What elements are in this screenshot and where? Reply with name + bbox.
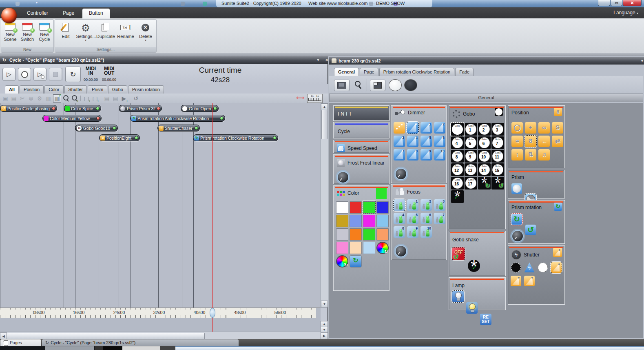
gobo-preset-button[interactable]: Gobo 1 <box>465 123 477 136</box>
color-swatch-button[interactable] <box>336 201 348 214</box>
timeline-toolbar-icon[interactable] <box>100 95 102 102</box>
focus-preset-button[interactable]: 1 <box>407 199 418 211</box>
lamp-on-button[interactable] <box>466 302 478 314</box>
timeline-toolbar-icon[interactable]: ✂ <box>19 95 26 102</box>
shutter-preset-button[interactable] <box>551 262 562 273</box>
timeline-filter-tab[interactable]: Prism rotation <box>128 85 164 94</box>
gobo-preset-button[interactable]: Gobo 6 <box>478 136 491 149</box>
position-preset-button[interactable]: ♫ <box>538 149 550 161</box>
position-preset-button[interactable]: ⇄ <box>552 136 563 147</box>
focus-preset-button[interactable] <box>394 199 405 211</box>
timeline-block[interactable]: Prism rotation Anti clockwise Rotation <box>130 115 225 122</box>
gobo-preset-button[interactable]: Gobo 13 <box>465 163 477 176</box>
focus-preset-button[interactable]: 3 <box>434 199 445 211</box>
position-preset-button[interactable]: ≈ <box>511 136 523 147</box>
beam-open-toggle[interactable] <box>389 79 402 91</box>
dimmer-knob[interactable] <box>395 168 407 180</box>
cycle-button[interactable]: Cycle <box>333 122 389 138</box>
position-preset-button[interactable]: ◯ <box>511 122 523 134</box>
row-down-button[interactable]: ▼ <box>321 327 328 333</box>
magnifier-icon[interactable] <box>353 80 363 90</box>
ribbon-new-button[interactable]: NewScene <box>2 22 18 47</box>
quick-access-caret-icon[interactable]: ▾ <box>36 1 38 4</box>
color-swatch-button[interactable] <box>376 228 389 241</box>
timeline-block[interactable]: Color Spice <box>64 105 101 112</box>
dimmer-preset-button[interactable]: 7 <box>394 149 405 161</box>
dimmer-preset-button[interactable]: 5 <box>420 136 432 147</box>
timeline-toolbar-icon[interactable]: ▣ <box>2 95 9 102</box>
position-preset-button[interactable]: S <box>552 122 563 134</box>
timeline-block[interactable]: Prism Prism 3F <box>119 105 162 112</box>
color-swatch-button[interactable] <box>376 242 389 254</box>
playhead-line[interactable] <box>212 103 213 332</box>
panel-collapse-icon[interactable]: ▼ <box>315 58 322 62</box>
focus-preset-button[interactable]: 5 <box>407 213 418 224</box>
focus-knob[interactable] <box>395 245 407 257</box>
timeline-toolbar-icon[interactable] <box>80 95 82 102</box>
dimmer-preset-button[interactable] <box>407 122 418 134</box>
color-swatch-button[interactable] <box>350 228 362 241</box>
timeline-filter-tab[interactable]: Gobo <box>108 85 127 94</box>
app-logo[interactable] <box>1 8 17 23</box>
ribbon-settings-button[interactable]: Txt Rename <box>116 22 135 47</box>
timeline-block[interactable]: Gobo Open <box>181 105 219 112</box>
gobo-preset-button[interactable]: Gobo <box>451 123 464 136</box>
timeline-toolbar-icon[interactable]: − <box>62 95 70 102</box>
cycle-window-tab[interactable]: ↻ Cycle - "Cycle" (Page "beam 230 qn1s.s… <box>42 339 239 346</box>
color-swatch-button[interactable] <box>336 228 348 241</box>
shutter-preset-button[interactable] <box>524 262 535 273</box>
ribbon-new-button[interactable]: NewCycle <box>36 22 53 47</box>
beam-closed-toggle[interactable] <box>404 79 417 91</box>
lamp-off-button[interactable] <box>452 291 464 302</box>
shutter-preset-button[interactable] <box>538 262 548 273</box>
color-swatch-button[interactable] <box>336 242 348 254</box>
timeline-toolbar-icon[interactable]: ▶+ <box>120 95 128 102</box>
close-button[interactable]: ✕ <box>623 0 642 6</box>
gobo-preset-button[interactable]: Gobo 7 <box>491 136 504 149</box>
dimmer-preset-button[interactable]: 3 <box>394 136 405 147</box>
color-swatch-button[interactable] <box>336 215 348 227</box>
init-button[interactable]: INIT <box>333 105 389 121</box>
fixture-tab[interactable]: General <box>334 68 359 76</box>
timeline-ruler[interactable]: 08s0016s0024s0032s0040s0048s0056s00 <box>0 308 316 319</box>
focus-preset-button[interactable]: 4 <box>394 213 405 224</box>
focus-preset-button[interactable]: 10 <box>420 226 432 238</box>
color-swatch-button[interactable] <box>376 215 389 227</box>
fixture-tab[interactable]: Prism rotation Clockwise Rotation <box>379 68 454 76</box>
timeline-toolbar-icon[interactable]: + <box>71 95 78 102</box>
focus-preset-button[interactable]: 6 <box>420 213 432 224</box>
timeline-canvas[interactable]: PositionCircle phasing Color Spice Prism… <box>0 103 321 308</box>
gobo-preset-button[interactable]: Gobo 11 <box>491 150 504 163</box>
fixture-tab[interactable]: Page <box>360 68 378 76</box>
gobo-preset-button[interactable]: Gobo 15 <box>491 163 504 176</box>
scroll-down-icon[interactable]: ▼ <box>321 301 328 308</box>
screen-view-button[interactable] <box>334 80 350 91</box>
layout-view-button[interactable] <box>370 80 385 91</box>
focus-preset-button[interactable]: 2 <box>420 199 432 211</box>
timeline-block[interactable]: ShutterChaser <box>157 125 200 132</box>
maximize-button[interactable]: ▭ <box>611 0 622 6</box>
gobo-preset-button[interactable]: Gobo ↔ <box>451 190 464 203</box>
position-preset-button[interactable]: ↕ <box>511 149 523 161</box>
position-preset-button[interactable]: 8 <box>525 136 536 147</box>
timeline-filter-tab[interactable]: Shutter <box>64 85 87 94</box>
record-button[interactable] <box>18 68 31 81</box>
dimmer-preset-button[interactable]: 2 <box>434 122 445 134</box>
gobo-preset-button[interactable]: Gobo 4 <box>451 136 464 149</box>
timeline-block[interactable]: Gobo Gobo10 <box>75 125 118 132</box>
vscrollbar-thumb[interactable] <box>321 110 328 139</box>
focus-preset-button[interactable]: 8 <box>394 226 405 238</box>
ribbon-new-button[interactable]: NewSwitch <box>19 22 35 47</box>
prism-rotate-cw-button[interactable]: ↻ <box>511 214 522 225</box>
hscrollbar-thumb[interactable] <box>7 333 205 339</box>
gobo-preset-button[interactable]: Gobo 3 <box>491 123 504 136</box>
ribbon-settings-button[interactable]: Settings... ▾ <box>76 22 95 47</box>
play-from-button[interactable]: ▷ <box>33 68 46 81</box>
menu-tab[interactable]: Controller <box>20 9 55 18</box>
color-swatch-button[interactable] <box>336 255 348 268</box>
dimmer-preset-button[interactable]: 8 <box>407 149 418 161</box>
timeline-toolbar-icon[interactable] <box>129 95 131 102</box>
timeline-toolbar-icon[interactable]: ▤ <box>103 95 111 102</box>
timeline-block[interactable]: PositionEight <box>99 134 140 141</box>
timeline-filter-tab[interactable]: Position <box>20 85 44 94</box>
